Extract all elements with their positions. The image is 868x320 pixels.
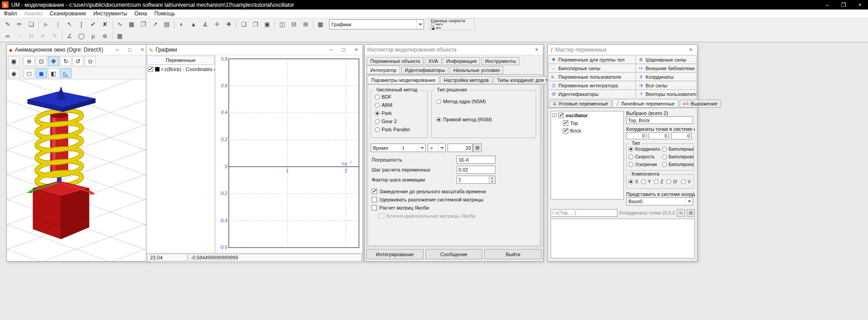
variable-checkbox[interactable] [148,67,153,72]
solution-nsm-radio[interactable]: Метод ядра (NSM) [436,99,486,104]
collapse-icon[interactable]: − [552,113,557,117]
tab-linear-variables[interactable]: ╱Линейные переменные [613,99,678,108]
app-restore-button[interactable]: ❐ [835,0,852,10]
pointer-icon[interactable]: ↖ [64,19,75,29]
bodies-tree[interactable]: − oscillator Top Brick [551,111,624,200]
nav-identifiers[interactable]: idИдентификаторы [548,90,636,98]
tree-item-top[interactable]: Top [551,119,623,127]
tree-root-checkbox[interactable] [558,113,564,118]
selected-bodies-input[interactable]: Top, Brick [626,116,693,124]
method-park-radio[interactable]: Park [375,110,392,116]
oval-icon[interactable]: ◯ [75,31,87,41]
move-axes-icon[interactable]: ✛ [211,19,223,29]
method-bdf-radio[interactable]: BDF [375,94,392,100]
edit-force-icon[interactable]: ✏ [14,19,25,29]
arrange-windows-icon[interactable]: ▣ [261,19,273,29]
shading-icon[interactable]: ◐ [176,19,188,29]
perspective-icon[interactable]: ◺ [60,68,71,78]
menu-file[interactable]: Файл [0,10,21,17]
new-window-icon[interactable]: ❑ [238,19,250,29]
zoom-in-icon[interactable]: ⊕ [24,56,35,66]
tree-item-checkbox[interactable] [563,120,568,126]
wizard-close-button[interactable]: × [684,45,697,55]
pause-icon[interactable]: ∥ [52,19,64,29]
integrator-icon[interactable]: ∫ [75,19,87,29]
ellipse-icon[interactable]: ○ [14,31,25,41]
animation-maximize-button[interactable]: □ [123,45,136,55]
cone-icon[interactable]: ▲ [188,19,199,29]
menu-tools[interactable]: Инструменты [90,10,131,17]
cascade-icon[interactable]: ▩ [315,19,326,29]
nav-external-libs[interactable]: ↦Внешние библиотеки [636,64,697,72]
export-icon[interactable]: ↗ [149,19,161,29]
3d-viewport[interactable] [7,80,149,261]
rotate-icon[interactable]: ↻ [60,56,71,66]
stop-time-input[interactable]: 20 [448,143,473,152]
check-edit-icon[interactable]: ✔ [37,31,49,41]
type-bipolar-vector-radio[interactable]: Биполярный в [662,147,693,152]
capture-icon[interactable]: ▣ [8,56,19,66]
point-y-input[interactable]: 0 [649,132,669,139]
tab-tools[interactable]: Инструменты [481,57,520,65]
tab-simulation-parameters[interactable]: Параметры моделирования [368,76,439,84]
animation-factor-input[interactable]: 1 ▲▼ [457,176,495,184]
app-close-button[interactable]: × [852,0,868,10]
nav-bipolar-forces[interactable]: ↔Биполярные силы [548,64,636,72]
type-bipolar-acceleration-radio[interactable]: Биполярное у [662,162,693,167]
type-coordinate-radio[interactable]: Координата [628,147,660,152]
comparison-combo[interactable]: > [428,143,446,152]
menu-scanning[interactable]: Сканирование [46,10,90,17]
component-v-radio[interactable]: V [681,179,691,184]
stop-condition-combo[interactable]: Время t [371,143,426,152]
nav-coordinates[interactable]: ∂Координаты [636,72,697,81]
shaded-cube-icon[interactable]: ◧ [48,68,59,78]
nav-group-bodies[interactable]: ❖Переменные для группы тел [548,55,636,64]
table-icon[interactable]: ▤ [161,19,173,29]
tab-information[interactable]: Информация [443,57,480,65]
menu-windows[interactable]: Окна [131,10,151,17]
visibility-icon[interactable]: ◉ [8,68,19,78]
spinner-down-icon[interactable]: ▼ [489,180,495,183]
tab-method-settings[interactable]: Настройка методов [440,76,492,84]
edit-object-icon[interactable]: ✎ [2,19,14,29]
nav-joint-forces[interactable]: ⊛Шарнирные силы [636,55,697,64]
step-input[interactable]: 0.02 [457,166,495,174]
edit-subsystem-icon[interactable]: ❏ [25,19,37,29]
tab-integrator[interactable]: Интегратор [367,66,400,74]
split-vertical-icon[interactable]: ◫ [276,19,288,29]
frame-combo[interactable]: Base0 [626,197,693,205]
calculator-button[interactable]: ⊞ [473,143,482,152]
animation-minimize-button[interactable]: – [111,45,123,55]
wireframe-cube-icon[interactable]: ◻ [24,68,35,78]
type-velocity-radio[interactable]: Скорость [628,154,655,159]
measure-icon[interactable]: ∡ [199,19,211,29]
glasses-icon[interactable]: ∞ [2,31,14,41]
tolerance-input[interactable]: 1E-6 [457,156,495,164]
graphs-maximize-button[interactable]: □ [337,45,350,55]
curve-icon[interactable]: ∿ [114,19,126,29]
solid-cube-icon[interactable]: ◼ [36,68,47,78]
window-type-combo[interactable]: Графики [329,19,424,29]
solution-rsm-radio[interactable]: Прямой метод (RSM) [436,117,492,122]
discard-icon[interactable]: ✘ [99,19,111,29]
graphs-minimize-button[interactable]: – [325,45,337,55]
tree-root-row[interactable]: − oscillator [551,111,623,119]
tab-object-variables[interactable]: Переменные объекта [367,57,424,65]
angle-icon[interactable]: ∠ [64,31,75,41]
inspector-close-button[interactable]: × [530,45,543,55]
variable-list-item[interactable]: r:z(Brick) - Coordinates of ... [146,65,215,73]
point-z-input[interactable]: 0 [671,132,692,139]
point-x-input[interactable]: 0 [626,132,646,139]
app-minimize-button[interactable]: – [819,0,835,10]
spinner[interactable]: ▲▼ [489,176,495,183]
graphs-close-button[interactable]: × [350,45,363,55]
mesh-icon[interactable]: ▦ [114,31,126,41]
component-z-radio[interactable]: Z [654,179,663,184]
split-grid-icon[interactable]: ⊞ [300,19,311,29]
jacobian-checkbox[interactable]: Расчет матриц Якоби [372,205,429,210]
tree-item-brick[interactable]: Brick [551,127,623,134]
tab-xva[interactable]: XVA [425,57,442,65]
tab-angular-variables[interactable]: ∡Угловые переменные [549,100,612,108]
sensor-icon[interactable]: ❖ [223,19,235,29]
created-variables-list[interactable] [551,219,695,258]
